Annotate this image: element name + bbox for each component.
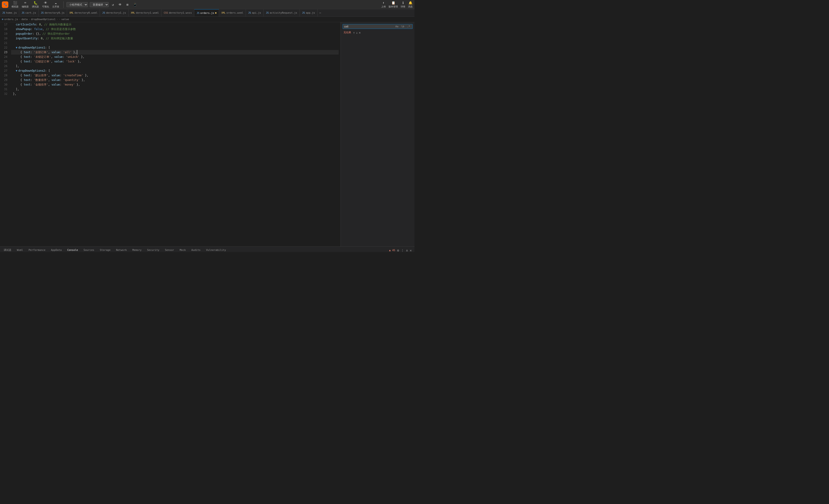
tab-vulnerability[interactable]: Vulnerability [203,247,229,252]
line-num-23: 23 [2,50,7,54]
tab-sources[interactable]: Sources [81,247,97,252]
version-label: 版本管理 [389,5,398,8]
simulator-icon: ⬛ [13,1,17,5]
phone-btn[interactable]: 📱 [132,2,138,7]
tab-icon-cart: JS [22,11,24,14]
tab-console[interactable]: Console [65,247,81,252]
tab-mock-label: Mock [180,248,186,251]
version-btn[interactable]: 📋 版本管理 [389,1,398,8]
notification-btn[interactable]: 🔔 消息 [408,1,412,8]
tab-derectory1-wxss[interactable]: CSS derectory1.wxss [161,9,194,17]
visual-label: 可视化 [42,5,49,8]
line-num-27: 27 [2,69,7,73]
code-line-26: ], [11,64,338,69]
code-line-19: popupOrder : {} , // 弹出层中的order [11,32,338,36]
code-line-23: { text : '全部订单' , value : 'all' }, [11,50,338,54]
code-line-20: inputQuantity : 0 , // 双向绑定输入数量 [11,36,338,41]
line-num-25: 25 [2,59,7,64]
devtools-settings-btn[interactable]: ⚙ [397,248,399,252]
search-next-btn[interactable]: ↓ [356,31,358,34]
top-toolbar: 🐾 ⬛ 模拟器 ⌨ 编辑器 🐛 调试器 👁 可视化 ☁ 云开发 小程序模式 普通… [0,0,414,9]
preview-btn[interactable]: 👁 [117,2,123,7]
tab-appdata-label: AppData [51,248,62,251]
tab-modified-dot [215,12,217,14]
tab-security[interactable]: Security [144,247,162,252]
tab-orders-wxml[interactable]: XML orders.wxml [219,9,246,17]
tab-performance[interactable]: Performance [26,247,48,252]
search-no-result: 无结果 [343,30,352,35]
line-num-31: 31 [2,87,7,91]
line-num-30: 30 [2,82,7,87]
compile-select[interactable]: 普通编译 [90,2,109,7]
search-panel: Aa \b .* 无结果 ↑ ↓ ✕ [340,22,414,246]
line-num-19: 19 [2,32,7,36]
tab-debugger[interactable]: 调试器 [1,247,14,252]
tab-audits-label: Audits [191,248,201,251]
simulator-label: 模拟器 [11,5,19,8]
refresh-btn[interactable]: ↺ [111,2,115,7]
tab-home-js[interactable]: JS home.js [0,9,19,17]
detail-btn[interactable]: ℹ 详情 [401,1,405,8]
breadcrumb-data: data [22,18,28,21]
qr-btn[interactable]: ⊞ [125,2,130,7]
debug-label: 调试器 [32,5,39,8]
debug-btn[interactable]: 🐛 调试器 [31,0,40,9]
tab-mock[interactable]: Mock [177,247,189,252]
tab-appdata[interactable]: AppData [48,247,64,252]
tab-wxml-label: Wxml [17,248,23,251]
editor-btn[interactable]: ⌨ 编辑器 [20,0,30,9]
tab-more-btn[interactable]: ⋯ [318,11,323,14]
tab-activity-js[interactable]: JS activityRequest.js [264,9,300,17]
devtools-tabs: 调试器 Wxml Performance AppData Console Sou… [0,247,414,252]
tab-icon-d0: JS [41,11,44,14]
upload-btn[interactable]: ⬆ 上传 [381,1,386,8]
tab-derectory1-wxml[interactable]: XML derectory1.wxml [129,9,161,17]
tab-label-d1-wxss: derectory1.wxss [169,11,192,14]
tab-app-js[interactable]: JS app.js [300,9,318,17]
tab-performance-label: Performance [29,248,45,251]
tab-icon-d1: JS [102,11,105,14]
tab-audits[interactable]: Audits [188,247,203,252]
simulator-btn[interactable]: ⬛ 模拟器 [10,0,20,9]
tab-memory[interactable]: Memory [130,247,144,252]
separator-1 [63,1,64,8]
code-editor[interactable]: 17 18 19 20 21 22 23 24 25 26 27 28 29 3… [0,22,340,246]
search-close-btn[interactable]: ✕ [359,31,361,34]
visual-btn[interactable]: 👁 可视化 [41,0,50,9]
breadcrumb-dropdown: dropDownOptions1 [31,18,56,21]
upload-icon: ⬆ [383,1,385,5]
tab-storage[interactable]: Storage [97,247,113,252]
tab-icon-home: JS [2,11,5,14]
tab-derectory1-js[interactable]: JS derectory1.js [100,9,129,17]
devtools-collapse-btn[interactable]: ∧ [406,248,408,252]
tab-network[interactable]: Network [113,247,130,252]
mode-select[interactable]: 小程序模式 [66,2,88,7]
tab-sensor[interactable]: Sensor [162,247,177,252]
tab-derectory0-wxml[interactable]: XML derectory0.wxml [67,9,100,17]
line-num-18: 18 [2,27,7,32]
cloud-btn[interactable]: ☁ 云开发 [51,0,61,9]
code-content[interactable]: cartIconInfo : 0 , // 购物车内数量提示 showPopup… [9,22,340,246]
search-nav: ↑ ↓ ✕ [353,31,361,34]
search-prev-btn[interactable]: ↑ [353,31,355,34]
tab-wxml[interactable]: Wxml [14,247,26,252]
tab-derectory0-js[interactable]: JS derectory0.js [39,9,67,17]
main-layout: 17 18 19 20 21 22 23 24 25 26 27 28 29 3… [0,22,414,246]
tab-api-js[interactable]: JS api.js [246,9,264,17]
code-line-32: }, [11,91,338,96]
detail-icon: ℹ [402,1,404,5]
tab-label-cart: cart.js [25,11,36,14]
search-regex-btn[interactable]: .* [406,25,411,28]
cloud-icon: ☁ [55,1,57,5]
search-input[interactable] [344,25,393,28]
tab-cart-js[interactable]: JS cart.js [19,9,38,17]
tab-memory-label: Memory [132,248,142,251]
devtools-menu-btn[interactable]: ⋮ [401,248,404,252]
tab-label-orders: orders.js [200,11,214,14]
devtools-close-btn[interactable]: ✕ [410,248,412,252]
search-case-btn[interactable]: Aa [394,25,399,28]
tab-orders-js[interactable]: JS orders.js [194,9,219,17]
tab-sources-label: Sources [83,248,94,251]
search-whole-btn[interactable]: \b [400,25,405,28]
breadcrumb-sep-4: › [59,18,61,21]
